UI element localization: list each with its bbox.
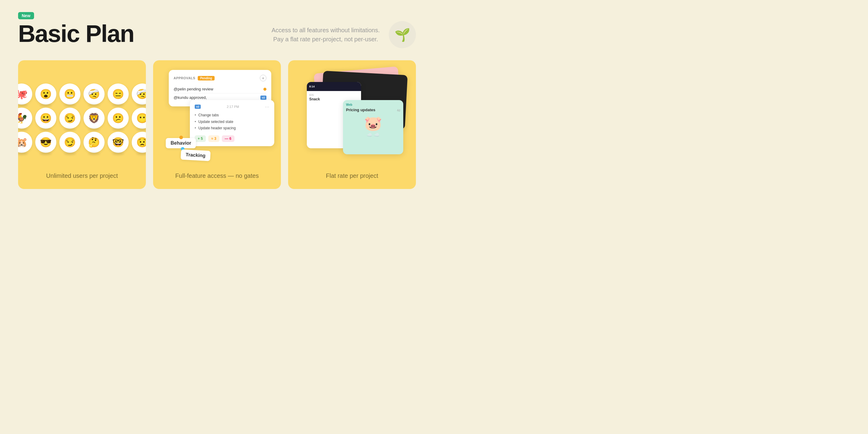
cloud-decoration: ☁️ ☁️ [346,132,400,138]
full-feature-card: APPROVALS Pending + @pelin pending revie… [153,60,281,189]
diff-stats: + 5 ≈ 3 — 6 [195,135,270,142]
emoji-avatar: 🤕 [132,84,146,104]
piggy-bank-emoji: 🐷 [346,115,400,132]
page-title: Basic Plan [18,22,134,46]
emoji-grid-container: 🐙 😮 😬 🤕 😑 🤕 🐓 😀 😏 🦁 😕 😶 🐹 😎 [28,70,136,166]
flat-rate-card: 8:14 iOS Snack Web [288,60,416,189]
emoji-avatar: 😑 [107,84,129,104]
cards-row: 🐙 😮 😬 🤕 😑 🤕 🐓 😀 😏 🦁 😕 😶 🐹 😎 [18,60,416,189]
diff-del: — 6 [222,135,235,142]
emoji-avatar: 😏 [59,132,81,153]
emoji-avatar: 🤓 [107,132,129,153]
emoji-avatar: 😎 [35,132,56,153]
unlimited-users-card: 🐙 😮 😬 🤕 😑 🤕 🐓 😀 😏 🦁 😕 😶 🐹 😎 [18,60,146,189]
comment-item: Update selected state [195,119,270,125]
pricing-container: 8:14 iOS Snack Web [298,70,406,166]
card-caption-unlimited: Unlimited users per project [46,173,118,179]
version-tag-v2: v2 [195,104,201,109]
tagline-line2: Pay a flat rate per-project, not per-use… [272,35,380,44]
web-header: Web Pricing updates 4d [346,103,400,112]
comment-card: v2 2:17 PM ··· Change tabs Update select… [190,100,274,146]
card-caption-fullfeature: Full-feature access — no gates [176,173,259,179]
card-caption-flatrate: Flat rate per project [326,173,378,179]
emoji-avatar: 🤕 [84,84,104,104]
behavior-tag: Behavior [166,138,196,148]
ios-status-bar: 8:14 [307,82,361,91]
comment-time: 2:17 PM [227,105,239,108]
approval-row-pelin: @pelin pending review [174,85,267,93]
approvals-label: APPROVALS [174,76,195,80]
comment-item: Change tabs [195,112,270,119]
approvals-widget: APPROVALS Pending + @pelin pending revie… [163,70,271,166]
emoji-avatar: 😀 [35,107,56,129]
web-info: Web Pricing updates [346,103,375,112]
header-left: New Basic Plan [18,12,134,46]
emoji-avatar: 🤔 [84,132,104,153]
emoji-avatar: 😬 [59,84,81,104]
approval-header: APPROVALS Pending + [174,75,267,82]
header: New Basic Plan Access to all features wi… [18,12,416,48]
approval-user: @pelin pending review [174,87,213,91]
approval-status-dot [264,88,267,91]
pending-badge: Pending [198,76,214,81]
comment-list: Change tabs Update selected state Update… [195,112,270,132]
version-tag: v2 [260,96,267,100]
web-app-title: Pricing updates [346,107,375,112]
web-time-ago: 4d [397,109,400,112]
web-content: Web Pricing updates 4d 🐷 ☁️ ☁️ [343,100,403,154]
ios-time: 8:14 [309,85,315,88]
dot-decoration-orange [179,135,183,139]
emoji-avatar: 🐓 [18,107,32,129]
tagline-line1: Access to all features without limitatio… [272,26,380,35]
more-options-icon[interactable]: ··· [265,104,270,109]
comment-header: v2 2:17 PM ··· [195,104,270,109]
comment-item: Update header spacing [195,125,270,132]
page-wrapper: New Basic Plan Access to all features wi… [0,0,434,217]
emoji-avatar: 🦁 [84,107,104,129]
emoji-avatar: 😟 [132,132,146,153]
emoji-avatar: 😕 [107,107,129,129]
emoji-avatar: 🐙 [18,84,32,104]
new-badge: New [18,12,34,19]
emoji-avatar: 🐹 [18,132,32,153]
ios-platform-tag: iOS [309,93,359,96]
emoji-grid: 🐙 😮 😬 🤕 😑 🤕 🐓 😀 😏 🦁 😕 😶 🐹 😎 [18,81,146,156]
diff-add: + 5 [195,135,206,142]
approval-title-group: APPROVALS Pending [174,76,215,81]
diff-mod: ≈ 3 [208,135,219,142]
sprout-decoration: 🌱 [389,21,416,48]
sprout-emoji: 🌱 [395,27,410,42]
emoji-avatar: 😮 [35,84,56,104]
pricing-widget: 8:14 iOS Snack Web [298,70,406,166]
emoji-avatar: 😶 [132,107,146,129]
approval-user: @kundu approved, [174,95,208,100]
tracking-tag: Tracking [181,149,210,161]
tagline: Access to all features without limitatio… [272,26,380,44]
emoji-avatar: 😏 [59,107,81,129]
price-card-web: Web Pricing updates 4d 🐷 ☁️ ☁️ [343,100,403,154]
approvals-container: APPROVALS Pending + @pelin pending revie… [163,70,271,166]
web-platform-tag: Web [346,103,375,106]
header-right: Access to all features without limitatio… [272,12,416,48]
add-button[interactable]: + [260,75,267,82]
